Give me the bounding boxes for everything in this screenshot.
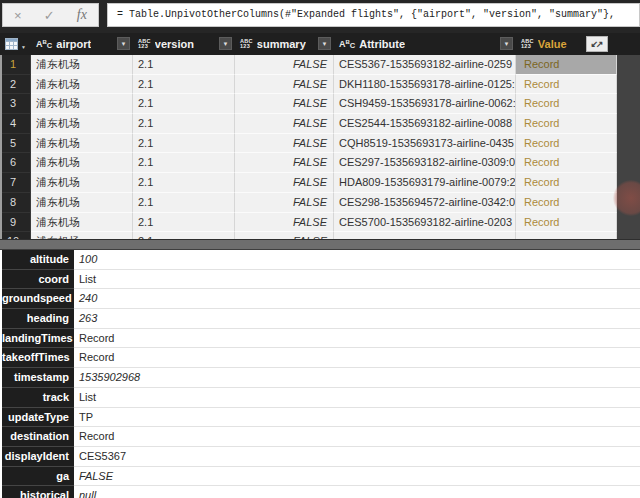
- cell-value[interactable]: Record: [516, 134, 617, 154]
- filter-dropdown-icon[interactable]: ▼: [318, 37, 331, 50]
- cell-value[interactable]: Record: [516, 114, 617, 134]
- cell-summary[interactable]: FALSE: [235, 55, 334, 75]
- record-field-name: groundspeed: [2, 289, 74, 309]
- cell-attribute[interactable]: CES5367-1535693182-airline-0259: [334, 55, 516, 75]
- cell-airport[interactable]: 浦东机场: [31, 173, 133, 193]
- column-label: summary: [257, 38, 306, 50]
- cell-version[interactable]: 2.1: [133, 173, 235, 193]
- cell-airport[interactable]: 浦东机场: [31, 153, 133, 173]
- filter-dropdown-icon[interactable]: ▼: [500, 37, 513, 50]
- record-field-row: landingTimes Record: [0, 329, 640, 349]
- table-row: 2 浦东机场 2.1 FALSE DKH1180-1535693178-airl…: [2, 75, 617, 95]
- cell-summary[interactable]: FALSE: [235, 114, 334, 134]
- cell-summary[interactable]: FALSE: [235, 173, 334, 193]
- cell-airport[interactable]: 浦东机场: [31, 134, 133, 154]
- cell-value[interactable]: Record: [516, 213, 617, 233]
- cell-attribute[interactable]: [334, 232, 516, 239]
- cell-value[interactable]: [516, 232, 617, 239]
- cell-attribute[interactable]: CSH9459-1535693178-airline-0062:0: [334, 94, 516, 114]
- cell-airport[interactable]: 浦东机场: [31, 55, 133, 75]
- record-preview-pane: altitude 100 coord List groundspeed 240 …: [0, 250, 640, 498]
- cell-airport[interactable]: 浦东机场: [31, 94, 133, 114]
- filter-dropdown-icon[interactable]: ▼: [117, 37, 130, 50]
- record-field-row: displayIdent CES5367: [0, 447, 640, 467]
- table-row: 1 浦东机场 2.1 FALSE CES5367-1535693182-airl…: [2, 55, 617, 75]
- record-field-row: groundspeed 240: [0, 289, 640, 309]
- cell-summary[interactable]: FALSE: [235, 134, 334, 154]
- cell-attribute[interactable]: CES297-1535693182-airline-0309:0: [334, 153, 516, 173]
- row-number[interactable]: 10: [2, 232, 31, 239]
- table-select-button[interactable]: ▼: [0, 33, 31, 55]
- row-number[interactable]: 1: [2, 55, 31, 75]
- cell-summary[interactable]: FALSE: [235, 153, 334, 173]
- column-header-airport[interactable]: ABC airport ▼: [31, 33, 133, 55]
- any-type-icon[interactable]: ABC123: [240, 39, 253, 50]
- cell-value[interactable]: Record: [516, 55, 617, 75]
- cell-version[interactable]: 2.1: [133, 153, 235, 173]
- pane-splitter[interactable]: [0, 239, 640, 250]
- cell-attribute[interactable]: CES298-1535694572-airline-0342:0: [334, 193, 516, 213]
- record-field-row: track List: [0, 388, 640, 408]
- column-header-value[interactable]: ABC123 Value ↙↗: [516, 33, 617, 55]
- row-number[interactable]: 6: [2, 153, 31, 173]
- expand-column-icon[interactable]: ↙↗: [586, 36, 608, 52]
- column-header-version[interactable]: ABC123 version ▼: [133, 33, 235, 55]
- fx-icon[interactable]: fx: [77, 7, 87, 23]
- cell-attribute[interactable]: CES5700-1535693182-airline-0203: [334, 213, 516, 233]
- cell-airport[interactable]: 浦东机场: [31, 232, 133, 239]
- cell-attribute[interactable]: CQH8519-1535693173-airline-0435: [334, 134, 516, 154]
- record-field-name: takeoffTimes: [2, 348, 74, 368]
- row-number[interactable]: 2: [2, 75, 31, 95]
- text-type-icon[interactable]: ABC: [339, 39, 355, 49]
- cell-version[interactable]: 2.1: [133, 55, 235, 75]
- cell-value[interactable]: Record: [516, 173, 617, 193]
- cell-version[interactable]: 2.1: [133, 213, 235, 233]
- text-type-icon[interactable]: ABC: [36, 39, 52, 49]
- check-icon[interactable]: ✓: [44, 9, 55, 22]
- cell-version[interactable]: 2.1: [133, 232, 235, 239]
- cell-value[interactable]: Record: [516, 153, 617, 173]
- row-number[interactable]: 5: [2, 134, 31, 154]
- cell-airport[interactable]: 浦东机场: [31, 213, 133, 233]
- row-number[interactable]: 3: [2, 94, 31, 114]
- cell-airport[interactable]: 浦东机场: [31, 75, 133, 95]
- cell-version[interactable]: 2.1: [133, 134, 235, 154]
- row-number[interactable]: 4: [2, 114, 31, 134]
- table-rows: 1 浦东机场 2.1 FALSE CES5367-1535693182-airl…: [2, 55, 617, 239]
- record-field-value: Record: [74, 329, 640, 349]
- cell-summary[interactable]: FALSE: [235, 75, 334, 95]
- row-number[interactable]: 8: [2, 193, 31, 213]
- cell-attribute[interactable]: DKH1180-1535693178-airline-0125:0: [334, 75, 516, 95]
- column-header-summary[interactable]: ABC123 summary ▼: [235, 33, 334, 55]
- cell-value[interactable]: Record: [516, 193, 617, 213]
- cell-attribute[interactable]: CES2544-1535693182-airline-0088: [334, 114, 516, 134]
- record-field-value: 100: [74, 250, 640, 270]
- row-number[interactable]: 9: [2, 213, 31, 233]
- record-field-name: destination: [2, 427, 74, 447]
- cell-version[interactable]: 2.1: [133, 94, 235, 114]
- cell-version[interactable]: 2.1: [133, 75, 235, 95]
- cell-summary[interactable]: FALSE: [235, 232, 334, 239]
- any-type-icon[interactable]: ABC123: [521, 39, 534, 50]
- record-field-value: List: [74, 270, 640, 290]
- cell-summary[interactable]: FALSE: [235, 94, 334, 114]
- cell-version[interactable]: 2.1: [133, 114, 235, 134]
- table-icon: [5, 38, 20, 50]
- cell-summary[interactable]: FALSE: [235, 213, 334, 233]
- column-label: airport: [56, 38, 91, 50]
- column-header-attribute[interactable]: ABC Attribute ▼: [334, 33, 516, 55]
- cancel-icon[interactable]: ×: [14, 9, 22, 22]
- cell-airport[interactable]: 浦东机场: [31, 114, 133, 134]
- cell-attribute[interactable]: HDA809-1535693179-airline-0079:2: [334, 173, 516, 193]
- row-number[interactable]: 7: [2, 173, 31, 193]
- cell-airport[interactable]: 浦东机场: [31, 193, 133, 213]
- cell-value[interactable]: Record: [516, 94, 617, 114]
- filter-dropdown-icon[interactable]: ▼: [219, 37, 232, 50]
- any-type-icon[interactable]: ABC123: [138, 39, 151, 50]
- cell-summary[interactable]: FALSE: [235, 193, 334, 213]
- cell-version[interactable]: 2.1: [133, 193, 235, 213]
- record-field-name: historical: [2, 486, 74, 498]
- formula-input[interactable]: = Table.UnpivotOtherColumns(#"Expanded f…: [107, 3, 640, 27]
- cell-value[interactable]: Record: [516, 75, 617, 95]
- chevron-down-icon: ▼: [21, 44, 26, 50]
